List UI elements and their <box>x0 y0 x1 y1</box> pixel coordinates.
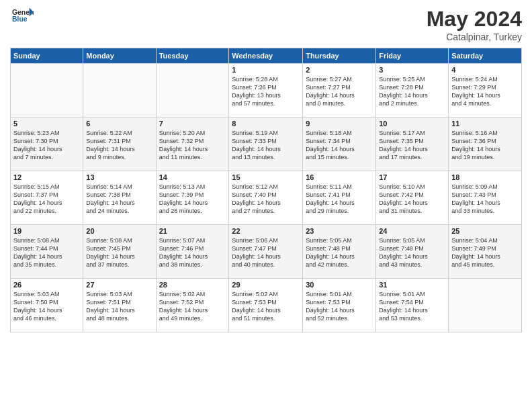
week-row-1: 5Sunrise: 5:23 AM Sunset: 7:30 PM Daylig… <box>11 118 522 171</box>
cell-w1-d2: 7Sunrise: 5:20 AM Sunset: 7:32 PM Daylig… <box>156 118 229 171</box>
day-number-24: 24 <box>379 227 445 235</box>
cell-w2-d2: 14Sunrise: 5:13 AM Sunset: 7:39 PM Dayli… <box>156 171 229 225</box>
day-info-25: Sunrise: 5:04 AM Sunset: 7:49 PM Dayligh… <box>451 236 519 269</box>
day-info-18: Sunrise: 5:09 AM Sunset: 7:43 PM Dayligh… <box>451 183 519 216</box>
calendar-table: Sunday Monday Tuesday Wednesday Thursday… <box>10 48 522 332</box>
day-info-8: Sunrise: 5:19 AM Sunset: 7:33 PM Dayligh… <box>232 129 300 162</box>
header-monday: Monday <box>83 48 156 64</box>
day-info-5: Sunrise: 5:23 AM Sunset: 7:30 PM Dayligh… <box>13 129 80 162</box>
day-number-20: 20 <box>86 227 152 235</box>
day-number-26: 26 <box>13 281 80 289</box>
day-info-3: Sunrise: 5:25 AM Sunset: 7:28 PM Dayligh… <box>379 75 445 108</box>
day-number-13: 13 <box>86 173 152 181</box>
cell-w0-d6: 4Sunrise: 5:24 AM Sunset: 7:29 PM Daylig… <box>449 64 522 118</box>
day-info-16: Sunrise: 5:11 AM Sunset: 7:41 PM Dayligh… <box>306 183 373 216</box>
calendar-header: Sunday Monday Tuesday Wednesday Thursday… <box>11 48 522 64</box>
header-tuesday: Tuesday <box>156 48 229 64</box>
day-number-31: 31 <box>379 281 445 289</box>
day-number-28: 28 <box>159 281 226 289</box>
cell-w4-d1: 27Sunrise: 5:03 AM Sunset: 7:51 PM Dayli… <box>83 279 156 332</box>
day-number-14: 14 <box>159 173 226 181</box>
day-info-26: Sunrise: 5:03 AM Sunset: 7:50 PM Dayligh… <box>13 290 80 323</box>
day-number-21: 21 <box>159 227 226 235</box>
day-number-6: 6 <box>86 120 152 128</box>
calendar-location: Catalpinar, Turkey <box>427 32 522 42</box>
day-number-10: 10 <box>379 120 445 128</box>
day-number-7: 7 <box>159 120 226 128</box>
cell-w0-d0 <box>11 64 83 118</box>
day-number-15: 15 <box>232 173 300 181</box>
day-number-27: 27 <box>86 281 152 289</box>
day-info-12: Sunrise: 5:15 AM Sunset: 7:37 PM Dayligh… <box>13 183 80 216</box>
page-header: General Blue May 2024 Catalpinar, Turkey <box>10 7 522 42</box>
day-number-3: 3 <box>379 66 445 74</box>
title-block: May 2024 Catalpinar, Turkey <box>427 7 522 42</box>
cell-w4-d5: 31Sunrise: 5:01 AM Sunset: 7:54 PM Dayli… <box>376 279 449 332</box>
cell-w1-d3: 8Sunrise: 5:19 AM Sunset: 7:33 PM Daylig… <box>229 118 303 171</box>
cell-w3-d5: 24Sunrise: 5:05 AM Sunset: 7:48 PM Dayli… <box>376 225 449 279</box>
day-info-2: Sunrise: 5:27 AM Sunset: 7:27 PM Dayligh… <box>306 75 373 108</box>
day-info-9: Sunrise: 5:18 AM Sunset: 7:34 PM Dayligh… <box>306 129 373 162</box>
header-friday: Friday <box>376 48 449 64</box>
day-info-22: Sunrise: 5:06 AM Sunset: 7:47 PM Dayligh… <box>232 236 300 269</box>
day-number-29: 29 <box>232 281 300 289</box>
cell-w4-d6 <box>449 279 522 332</box>
cell-w2-d0: 12Sunrise: 5:15 AM Sunset: 7:37 PM Dayli… <box>11 171 83 225</box>
day-info-19: Sunrise: 5:08 AM Sunset: 7:44 PM Dayligh… <box>13 236 80 269</box>
day-number-18: 18 <box>451 173 519 181</box>
calendar-title: May 2024 <box>427 7 522 32</box>
cell-w1-d0: 5Sunrise: 5:23 AM Sunset: 7:30 PM Daylig… <box>11 118 83 171</box>
day-info-21: Sunrise: 5:07 AM Sunset: 7:46 PM Dayligh… <box>159 236 226 269</box>
day-info-24: Sunrise: 5:05 AM Sunset: 7:48 PM Dayligh… <box>379 236 445 269</box>
day-number-2: 2 <box>306 66 373 74</box>
day-number-1: 1 <box>232 66 300 74</box>
week-row-0: 1Sunrise: 5:28 AM Sunset: 7:26 PM Daylig… <box>11 64 522 118</box>
cell-w2-d1: 13Sunrise: 5:14 AM Sunset: 7:38 PM Dayli… <box>83 171 156 225</box>
cell-w3-d1: 20Sunrise: 5:08 AM Sunset: 7:45 PM Dayli… <box>83 225 156 279</box>
cell-w1-d5: 10Sunrise: 5:17 AM Sunset: 7:35 PM Dayli… <box>376 118 449 171</box>
week-row-4: 26Sunrise: 5:03 AM Sunset: 7:50 PM Dayli… <box>11 279 522 332</box>
day-number-16: 16 <box>306 173 373 181</box>
day-number-19: 19 <box>13 227 80 235</box>
cell-w4-d2: 28Sunrise: 5:02 AM Sunset: 7:52 PM Dayli… <box>156 279 229 332</box>
logo-icon: General Blue <box>12 7 34 26</box>
cell-w1-d1: 6Sunrise: 5:22 AM Sunset: 7:31 PM Daylig… <box>83 118 156 171</box>
day-info-23: Sunrise: 5:05 AM Sunset: 7:48 PM Dayligh… <box>306 236 373 269</box>
day-info-1: Sunrise: 5:28 AM Sunset: 7:26 PM Dayligh… <box>232 75 300 108</box>
day-info-7: Sunrise: 5:20 AM Sunset: 7:32 PM Dayligh… <box>159 129 226 162</box>
cell-w3-d6: 25Sunrise: 5:04 AM Sunset: 7:49 PM Dayli… <box>449 225 522 279</box>
cell-w3-d2: 21Sunrise: 5:07 AM Sunset: 7:46 PM Dayli… <box>156 225 229 279</box>
day-info-10: Sunrise: 5:17 AM Sunset: 7:35 PM Dayligh… <box>379 129 445 162</box>
cell-w1-d6: 11Sunrise: 5:16 AM Sunset: 7:36 PM Dayli… <box>449 118 522 171</box>
cell-w2-d5: 17Sunrise: 5:10 AM Sunset: 7:42 PM Dayli… <box>376 171 449 225</box>
day-info-30: Sunrise: 5:01 AM Sunset: 7:53 PM Dayligh… <box>306 290 373 323</box>
day-info-6: Sunrise: 5:22 AM Sunset: 7:31 PM Dayligh… <box>86 129 152 162</box>
day-info-13: Sunrise: 5:14 AM Sunset: 7:38 PM Dayligh… <box>86 183 152 216</box>
cell-w0-d5: 3Sunrise: 5:25 AM Sunset: 7:28 PM Daylig… <box>376 64 449 118</box>
cell-w2-d3: 15Sunrise: 5:12 AM Sunset: 7:40 PM Dayli… <box>229 171 303 225</box>
cell-w1-d4: 9Sunrise: 5:18 AM Sunset: 7:34 PM Daylig… <box>303 118 376 171</box>
cell-w2-d6: 18Sunrise: 5:09 AM Sunset: 7:43 PM Dayli… <box>449 171 522 225</box>
day-number-11: 11 <box>451 120 519 128</box>
day-info-15: Sunrise: 5:12 AM Sunset: 7:40 PM Dayligh… <box>232 183 300 216</box>
header-thursday: Thursday <box>303 48 376 64</box>
cell-w0-d1 <box>83 64 156 118</box>
svg-text:Blue: Blue <box>12 15 28 23</box>
cell-w3-d0: 19Sunrise: 5:08 AM Sunset: 7:44 PM Dayli… <box>11 225 83 279</box>
cell-w0-d4: 2Sunrise: 5:27 AM Sunset: 7:27 PM Daylig… <box>303 64 376 118</box>
cell-w3-d4: 23Sunrise: 5:05 AM Sunset: 7:48 PM Dayli… <box>303 225 376 279</box>
header-wednesday: Wednesday <box>229 48 303 64</box>
cell-w4-d0: 26Sunrise: 5:03 AM Sunset: 7:50 PM Dayli… <box>11 279 83 332</box>
cell-w0-d3: 1Sunrise: 5:28 AM Sunset: 7:26 PM Daylig… <box>229 64 303 118</box>
day-number-5: 5 <box>13 120 80 128</box>
day-number-23: 23 <box>306 227 373 235</box>
weekday-header-row: Sunday Monday Tuesday Wednesday Thursday… <box>11 48 522 64</box>
week-row-2: 12Sunrise: 5:15 AM Sunset: 7:37 PM Dayli… <box>11 171 522 225</box>
day-info-31: Sunrise: 5:01 AM Sunset: 7:54 PM Dayligh… <box>379 290 445 323</box>
cell-w4-d3: 29Sunrise: 5:02 AM Sunset: 7:53 PM Dayli… <box>229 279 303 332</box>
day-info-20: Sunrise: 5:08 AM Sunset: 7:45 PM Dayligh… <box>86 236 152 269</box>
day-number-30: 30 <box>306 281 373 289</box>
cell-w3-d3: 22Sunrise: 5:06 AM Sunset: 7:47 PM Dayli… <box>229 225 303 279</box>
header-saturday: Saturday <box>449 48 522 64</box>
cell-w4-d4: 30Sunrise: 5:01 AM Sunset: 7:53 PM Dayli… <box>303 279 376 332</box>
